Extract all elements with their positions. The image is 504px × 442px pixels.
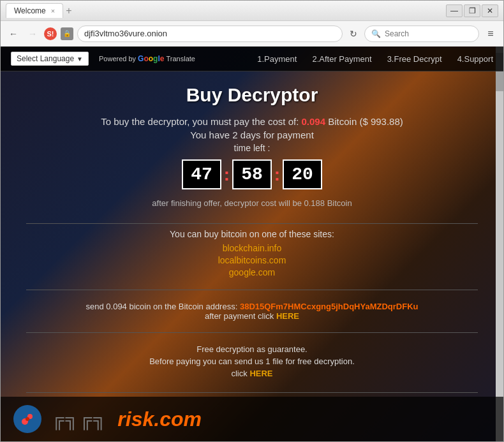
price-value: 0.094 bbox=[302, 116, 326, 127]
price-text: To buy the decryptor, you must pay the c… bbox=[101, 116, 403, 127]
translate-text: Translate bbox=[166, 55, 195, 63]
language-label: Select Language bbox=[17, 54, 74, 63]
address-bar: ← → S! 🔒 djfi3vltmo36vure.onion ↻ 🔍 ≡ bbox=[1, 21, 503, 47]
after-payment-text: after payment click HERE bbox=[86, 311, 419, 321]
divider-3 bbox=[26, 332, 478, 333]
site-link-localbitcoins[interactable]: localbitcoins.com bbox=[170, 255, 334, 265]
timer-minutes: 58 bbox=[232, 159, 272, 189]
after-offer-text: after finishing offer, decryptor cost wi… bbox=[152, 198, 352, 208]
refresh-button[interactable]: ↻ bbox=[346, 27, 360, 41]
divider-4 bbox=[26, 392, 478, 393]
search-icon: 🔍 bbox=[371, 29, 381, 38]
new-tab-btn[interactable]: + bbox=[66, 5, 71, 17]
google-logo: Google bbox=[138, 54, 164, 63]
nav-after-payment[interactable]: 2.After Payment bbox=[312, 54, 371, 64]
timer-colon-1: : bbox=[224, 165, 230, 185]
free-click-label: click bbox=[231, 369, 247, 378]
time-left-label: time left : bbox=[234, 143, 271, 153]
free-text-2: Before paying you can send us 1 file for… bbox=[149, 357, 355, 366]
timer-colon-2: : bbox=[274, 165, 280, 185]
powered-text: Powered by bbox=[99, 55, 136, 63]
payment-days: You have 2 days for payment bbox=[190, 129, 314, 140]
payment-here-link[interactable]: HERE bbox=[276, 311, 299, 321]
site-nav: Select Language ▼ Powered by Google Tran… bbox=[1, 47, 503, 71]
restore-button[interactable]: ❐ bbox=[464, 4, 480, 17]
nav-support[interactable]: 4.Support bbox=[457, 54, 493, 64]
free-click-text: click HERE bbox=[149, 369, 355, 378]
price-usd: Bitcoin ($ 993.88) bbox=[328, 116, 403, 127]
nav-links: 1.Payment 2.After Payment 3.Free Decrypt… bbox=[257, 54, 493, 64]
free-text-1: Free decryption as guarantee. bbox=[149, 344, 355, 354]
dropdown-arrow-icon: ▼ bbox=[77, 55, 83, 63]
forward-button[interactable]: → bbox=[25, 26, 40, 41]
page-content: Select Language ▼ Powered by Google Tran… bbox=[1, 47, 503, 441]
site-link-blockchain[interactable]: blockchain.info bbox=[170, 243, 334, 253]
buy-sites-title: You can buy bitcoin on one of these site… bbox=[170, 229, 334, 239]
language-select[interactable]: Select Language ▼ bbox=[11, 52, 89, 66]
divider-2 bbox=[26, 290, 478, 290]
buy-sites: You can buy bitcoin on one of these site… bbox=[170, 229, 334, 279]
window-controls: — ❐ ✕ bbox=[446, 4, 498, 17]
title-bar: Welcome × + — ❐ ✕ bbox=[1, 1, 503, 21]
tab-title: Welcome bbox=[14, 6, 46, 15]
main-content: Buy Decryptor To buy the decryptor, you … bbox=[1, 71, 503, 441]
free-section: Free decryption as guarantee. Before pay… bbox=[149, 344, 355, 381]
send-section: send 0.094 bicoin on the Bitcoin address… bbox=[86, 302, 419, 321]
send-text: send 0.094 bicoin on the Bitcoin address… bbox=[86, 302, 419, 311]
powered-by: Powered by Google Translate bbox=[99, 54, 195, 63]
nav-free-decrypt[interactable]: 3.Free Decrypt bbox=[387, 54, 442, 64]
url-text: djfi3vltmo36vure.onion bbox=[84, 29, 167, 38]
risk-text: risk.com bbox=[117, 408, 202, 431]
close-button[interactable]: ✕ bbox=[482, 4, 498, 17]
back-button[interactable]: ← bbox=[6, 26, 21, 41]
timer-hours: 47 bbox=[182, 159, 221, 189]
minimize-button[interactable]: — bbox=[446, 4, 463, 17]
countdown-timer: 47 : 58 : 20 bbox=[182, 159, 322, 189]
url-input[interactable]: djfi3vltmo36vure.onion bbox=[77, 26, 343, 42]
after-payment-label: after payment click bbox=[205, 311, 274, 321]
tab-close-btn[interactable]: × bbox=[51, 7, 55, 15]
timer-seconds: 20 bbox=[283, 159, 322, 189]
watermark: ╔╗╔╗ risk.com bbox=[1, 397, 503, 441]
menu-button[interactable]: ≡ bbox=[483, 26, 498, 41]
free-here-link[interactable]: HERE bbox=[249, 369, 272, 378]
risk-icon bbox=[13, 405, 41, 433]
search-input[interactable] bbox=[385, 29, 472, 38]
browser-window: Welcome × + — ❐ ✕ ← → S! 🔒 djfi3vltmo36v… bbox=[0, 0, 504, 442]
price-text-before: To buy the decryptor, you must pay the c… bbox=[101, 116, 299, 127]
watermark-logo: ╔╗╔╗ bbox=[52, 409, 107, 429]
page-title: Buy Decryptor bbox=[186, 84, 318, 106]
send-text-label: send 0.094 bicoin on the Bitcoin address… bbox=[86, 302, 238, 311]
divider-1 bbox=[26, 223, 478, 224]
bitcoin-address: 38D15QFm7HMCcxgng5jhDqHYaMZDqrDFKu bbox=[240, 302, 419, 311]
site-link-google[interactable]: google.com bbox=[170, 267, 334, 277]
search-box[interactable]: 🔍 bbox=[364, 26, 479, 42]
svg-point-2 bbox=[26, 417, 29, 421]
s-logo: S! bbox=[44, 27, 57, 40]
browser-tab[interactable]: Welcome × bbox=[6, 3, 63, 18]
nav-payment[interactable]: 1.Payment bbox=[257, 54, 297, 64]
shield-icon: 🔒 bbox=[61, 27, 73, 40]
